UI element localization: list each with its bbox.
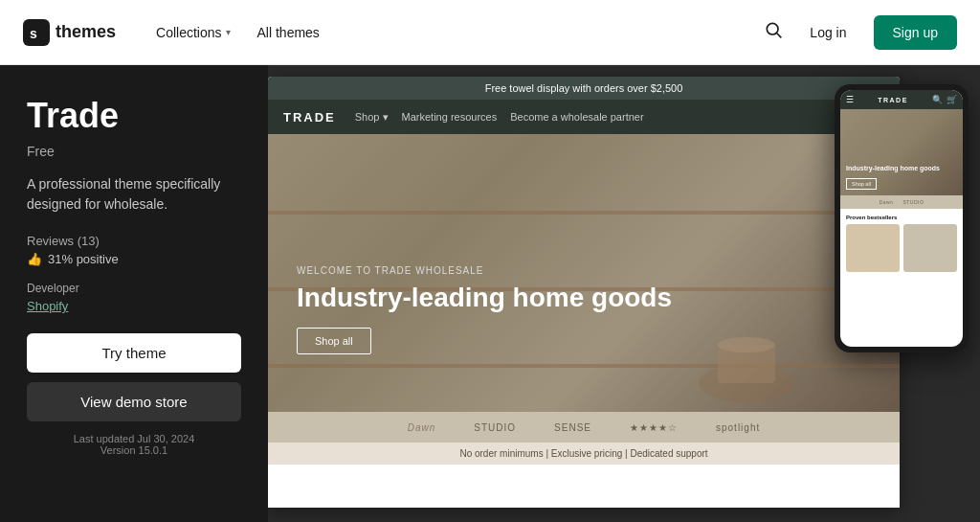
style-option-dawn[interactable]: Dawn (408, 422, 436, 433)
shelf-line-3 (268, 364, 900, 368)
nav-right: Log in Sign up (764, 15, 957, 50)
hero-title: Industry-leading home goods (297, 282, 672, 314)
login-button[interactable]: Log in (798, 17, 858, 48)
positive-percentage: 31% positive (48, 252, 119, 266)
all-themes-label: All themes (257, 25, 320, 40)
shopify-logo-icon: s (23, 19, 50, 46)
collections-label: Collections (156, 25, 221, 40)
mobile-preview: ☰ TRADE 🔍 🛒 Industry-leading home goods … (835, 84, 969, 352)
main-content: Trade Free A professional theme specific… (0, 65, 980, 522)
brand[interactable]: s themes (23, 19, 116, 46)
reviews-positive: 👍 31% positive (27, 252, 241, 266)
store-announcement-banner: Free towel display with orders over $2,5… (268, 77, 900, 100)
svg-point-6 (718, 337, 775, 352)
hero-content: WELCOME TO TRADE WHOLESALE Industry-lead… (297, 265, 672, 354)
store-nav-marketing: Marketing resources (402, 111, 498, 124)
store-hero: WELCOME TO TRADE WHOLESALE Industry-lead… (268, 134, 900, 412)
preview-area: Free towel display with orders over $2,5… (268, 65, 980, 522)
mobile-store-logo: TRADE (878, 97, 908, 103)
hero-shop-all-button[interactable]: Shop all (297, 328, 371, 354)
store-nav-shop: Shop ▾ (355, 111, 389, 124)
store-nav-links: Shop ▾ Marketing resources Become a whol… (355, 111, 823, 124)
mobile-hero-title: Industry-leading home goods (846, 165, 940, 172)
all-themes-nav-item[interactable]: All themes (248, 19, 329, 46)
developer-section: Developer Shopify (27, 282, 241, 314)
thumbs-up-icon: 👍 (27, 252, 42, 266)
store-footer-bar: No order minimums | Exclusive pricing | … (268, 443, 900, 465)
mobile-style-dawn[interactable]: Dawn (880, 199, 894, 205)
reviews-section: Reviews (13) 👍 31% positive (27, 234, 241, 266)
mobile-hero-content: Industry-leading home goods Shop all (846, 165, 940, 190)
mobile-style-studio[interactable]: STUDIO (902, 199, 924, 205)
banner-text: Free towel display with orders over $2,5… (485, 82, 683, 94)
mobile-products-section: Proven bestsellers (840, 209, 963, 278)
mobile-search-icon: 🔍 (932, 95, 943, 104)
shelf-line-1 (268, 211, 900, 215)
store-logo: TRADE (283, 110, 336, 125)
nav-links: Collections ▾ All themes (146, 19, 764, 46)
theme-title: Trade (27, 96, 241, 136)
style-option-sense[interactable]: SENSE (554, 422, 591, 433)
mobile-store-header: ☰ TRADE 🔍 🛒 (840, 90, 963, 109)
mobile-menu-icon: ☰ (846, 95, 854, 104)
mobile-inner: ☰ TRADE 🔍 🛒 Industry-leading home goods … (840, 90, 963, 347)
signup-button[interactable]: Sign up (874, 15, 957, 50)
version-text: Version 15.0.1 (27, 444, 241, 456)
hero-subtitle: WELCOME TO TRADE WHOLESALE (297, 265, 672, 276)
try-theme-button[interactable]: Try theme (27, 333, 241, 373)
style-option-spotlight[interactable]: spotlight (716, 422, 760, 433)
mobile-product-card-2 (903, 224, 957, 272)
style-option-stars: ★★★★☆ (630, 422, 678, 433)
brand-text: themes (56, 22, 116, 42)
view-demo-button[interactable]: View demo store (27, 382, 241, 421)
mobile-style-bar: Dawn STUDIO (840, 195, 963, 209)
search-button[interactable] (764, 20, 783, 44)
reviews-label: Reviews (13) (27, 234, 241, 248)
svg-text:s: s (30, 26, 37, 41)
svg-line-3 (777, 34, 782, 38)
mobile-hero: Industry-leading home goods Shop all (840, 109, 963, 195)
last-updated-text: Last updated Jul 30, 2024 (27, 433, 241, 444)
developer-label: Developer (27, 282, 241, 295)
mobile-product-grid (846, 224, 957, 272)
mobile-product-card-1 (846, 224, 900, 272)
footer-text: No order minimums | Exclusive pricing | … (459, 448, 707, 459)
hero-product-illustration (689, 297, 804, 412)
collections-nav-item[interactable]: Collections ▾ (146, 19, 239, 46)
theme-description: A professional theme specifically design… (27, 174, 241, 215)
style-option-studio[interactable]: STUDIO (474, 422, 516, 433)
svg-point-2 (768, 23, 779, 34)
store-nav: TRADE Shop ▾ Marketing resources Become … (268, 100, 900, 134)
desktop-preview: Free towel display with orders over $2,5… (268, 77, 900, 508)
search-icon (764, 20, 783, 39)
mobile-nav-icons: 🔍 🛒 (932, 95, 957, 104)
store-nav-wholesale: Become a wholesale partner (510, 111, 643, 124)
theme-sidebar: Trade Free A professional theme specific… (0, 65, 268, 522)
theme-price: Free (27, 144, 241, 159)
collections-chevron-icon: ▾ (226, 27, 231, 37)
mobile-section-title: Proven bestsellers (846, 215, 957, 220)
mobile-cart-icon: 🛒 (947, 95, 957, 104)
developer-link[interactable]: Shopify (27, 299, 68, 313)
navbar: s themes Collections ▾ All themes Log in… (0, 0, 980, 65)
style-options-bar: Dawn STUDIO SENSE ★★★★☆ spotlight (268, 412, 900, 443)
mobile-shop-all-button[interactable]: Shop all (846, 178, 877, 190)
